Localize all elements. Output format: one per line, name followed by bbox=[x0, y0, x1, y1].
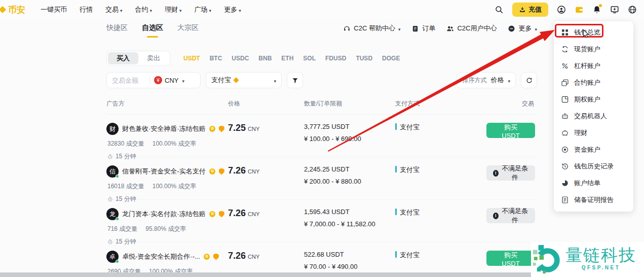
nav-item-trade[interactable]: 交易 bbox=[105, 5, 123, 14]
price-unit: CNY bbox=[248, 254, 259, 260]
c2c-help-center-link[interactable]: C2C 帮助中心 bbox=[343, 24, 400, 33]
conditions-not-met-button[interactable]: 不满足条件 bbox=[486, 165, 535, 181]
coin-tab-doge[interactable]: DOGE bbox=[382, 55, 400, 62]
volume: 716 成交量 bbox=[107, 225, 137, 233]
app-download-icon[interactable] bbox=[610, 5, 619, 14]
chevron-down-icon bbox=[239, 6, 241, 14]
nav-item-futures[interactable]: 合约 bbox=[135, 5, 153, 14]
advertiser-name[interactable]: 龙门资本·实名付款·冻结包赔 bbox=[122, 210, 206, 219]
coin-tab-eth[interactable]: ETH bbox=[281, 55, 293, 62]
coin-filter-list: USDT BTC USDC BNB ETH SOL FDUSD TUSD DOG… bbox=[183, 55, 400, 62]
watermark-brand: 量链科技 bbox=[565, 246, 636, 264]
logo-text: 币安 bbox=[8, 4, 25, 16]
watermark-site: QFSP.NET bbox=[565, 265, 636, 270]
coin-tab-fdusd[interactable]: FDUSD bbox=[325, 55, 346, 62]
online-dot bbox=[116, 260, 119, 263]
wallet-menu-item-spot[interactable]: 现货账户 bbox=[554, 41, 633, 57]
timer-icon bbox=[107, 196, 113, 202]
buy-usdt-button[interactable]: 购买USDT bbox=[486, 123, 535, 138]
refresh-button[interactable] bbox=[521, 72, 537, 88]
amount-input[interactable] bbox=[112, 77, 145, 84]
wallet-menu-item-proof-of-reserves[interactable]: 储备证明报告 bbox=[554, 191, 633, 208]
coin-tab-btc[interactable]: BTC bbox=[210, 55, 222, 62]
language-globe-icon[interactable] bbox=[628, 5, 637, 14]
more-link[interactable]: 更多 bbox=[508, 24, 537, 33]
pie-chart-icon bbox=[561, 179, 569, 187]
sort-select[interactable]: 排序方式 价格 bbox=[457, 72, 516, 88]
c2c-user-center-link[interactable]: C2C用户中心 bbox=[446, 24, 497, 33]
avatar[interactable]: 财 bbox=[106, 123, 119, 135]
advertiser-name[interactable]: 财色兼收·安全神盾·冻结包赔 bbox=[122, 124, 206, 133]
tab-express-zone[interactable]: 快捷区 bbox=[106, 23, 128, 38]
wallet-menu-item-trading-bots[interactable]: 交易机器人 bbox=[554, 108, 633, 124]
nav-item-square[interactable]: 广场 bbox=[195, 5, 212, 14]
medal-badge-icon bbox=[209, 168, 215, 175]
wallet-menu-item-earn[interactable]: 理财 bbox=[554, 124, 633, 141]
coin-tab-tusd[interactable]: TUSD bbox=[356, 55, 372, 62]
avatar[interactable]: 龙 bbox=[106, 208, 119, 220]
chevron-down-icon[interactable] bbox=[182, 76, 184, 85]
search-icon[interactable] bbox=[495, 5, 504, 14]
info-icon bbox=[493, 170, 499, 177]
more-circle-icon bbox=[508, 25, 515, 32]
wallet-menu-item-funding[interactable]: 资金账户 bbox=[554, 141, 633, 158]
coin-tab-bnb[interactable]: BNB bbox=[258, 55, 272, 62]
advertiser-name[interactable]: 卓悦-资金安全长期合作·-... bbox=[122, 252, 200, 261]
buy-toggle-button[interactable]: 买入 bbox=[108, 52, 138, 64]
nav-item-markets[interactable]: 行情 bbox=[80, 5, 93, 14]
price-unit: CNY bbox=[248, 126, 259, 132]
available-amount: 1,595.43 USDT bbox=[304, 208, 395, 216]
payment-method: 支付宝 bbox=[400, 208, 420, 217]
chevron-down-icon bbox=[179, 6, 182, 14]
wallet-menu-item-options[interactable]: 期权账户 bbox=[554, 91, 633, 108]
binance-diamond-icon bbox=[0, 6, 6, 13]
nav-item-buy-crypto[interactable]: 一键买币 bbox=[41, 5, 67, 14]
price: 7.26 bbox=[228, 165, 246, 176]
col-price: 价格 bbox=[228, 99, 304, 108]
avatar[interactable]: 卓 bbox=[106, 251, 119, 263]
alipay-diamond-icon bbox=[233, 77, 239, 83]
wallet-menu-item-history[interactable]: 钱包历史记录 bbox=[554, 158, 633, 175]
price: 7.25 bbox=[228, 123, 246, 133]
price-unit: CNY bbox=[248, 211, 259, 217]
advertiser-name[interactable]: 信誉刚哥-资金安全-实名支付 bbox=[122, 167, 206, 176]
sell-toggle-button[interactable]: 卖出 bbox=[138, 52, 169, 64]
nav-item-more[interactable]: 更多 bbox=[224, 5, 241, 14]
deposit-button[interactable]: 充值 bbox=[512, 3, 548, 17]
wallet-menu-item-statement[interactable]: 账户结单 bbox=[554, 175, 633, 191]
payment-method-select[interactable]: 支付宝 bbox=[206, 72, 282, 88]
coin-tab-usdc[interactable]: USDC bbox=[232, 55, 249, 62]
wallet-icon[interactable] bbox=[575, 5, 584, 14]
table-row: 信 信誉刚哥-资金安全-实名支付 16018 成交量100.00% 成交率 15… bbox=[106, 157, 537, 200]
orders-link[interactable]: 订单 bbox=[411, 24, 435, 33]
wallet-menu-item-overview[interactable]: 钱包总览 bbox=[554, 24, 633, 41]
filter-button[interactable] bbox=[287, 72, 303, 88]
order-document-icon bbox=[411, 25, 419, 32]
buy-usdt-button[interactable]: 购买USDT bbox=[486, 251, 535, 266]
profile-icon[interactable] bbox=[557, 5, 566, 14]
payment-marker bbox=[395, 251, 397, 258]
tab-p2p-zone[interactable]: 自选区 bbox=[142, 23, 163, 38]
conditions-not-met-button[interactable]: 不满足条件 bbox=[486, 208, 535, 223]
amount-filter: CNY bbox=[106, 72, 201, 88]
coin-tab-sol[interactable]: SOL bbox=[303, 55, 316, 62]
payment-marker bbox=[395, 209, 397, 215]
coin-tab-usdt[interactable]: USDT bbox=[183, 55, 200, 62]
fiat-selector[interactable]: CNY bbox=[165, 77, 178, 84]
chevron-down-icon bbox=[274, 77, 276, 84]
wallet-menu-item-futures[interactable]: 合约账户 bbox=[554, 74, 633, 91]
col-trade: 交易 bbox=[486, 99, 537, 108]
tab-block-zone[interactable]: 大宗区 bbox=[177, 23, 199, 38]
notifications-bell-icon[interactable] bbox=[592, 5, 601, 14]
wallet-menu-item-margin[interactable]: 杠杆账户 bbox=[554, 57, 633, 74]
top-navigation-bar: 币安 一键买币 行情 交易 合约 理财 广场 更多 充值 bbox=[0, 0, 644, 19]
price: 7.26 bbox=[228, 208, 246, 219]
online-dot bbox=[116, 175, 119, 178]
online-dot bbox=[116, 217, 119, 221]
watermark: 量链科技 QFSP.NET bbox=[531, 242, 644, 277]
col-amount-limits: 数量/订单限额 bbox=[304, 99, 395, 108]
avatar[interactable]: 信 bbox=[106, 165, 119, 178]
binance-logo[interactable]: 币安 bbox=[2, 4, 25, 16]
payment-marker bbox=[395, 123, 397, 130]
nav-item-earn[interactable]: 理财 bbox=[165, 5, 182, 14]
